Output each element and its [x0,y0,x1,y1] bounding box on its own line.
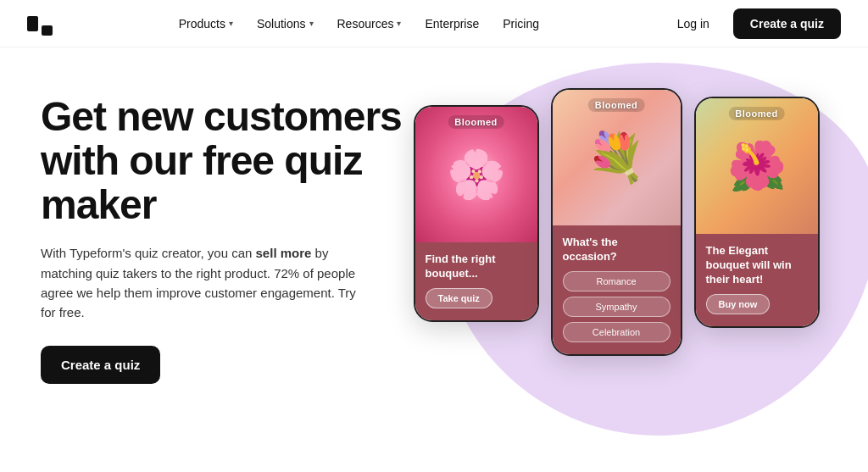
nav-enterprise[interactable]: Enterprise [416,12,487,36]
hero-subtext-bold: sell more [256,246,312,260]
phone-image-3: 🌺 Bloomed [696,98,818,234]
phone-bottom-2: What's the occasion? Romance Sympathy Ce… [553,225,681,354]
phone-question-3: The Elegant bouquet will win their heart… [706,244,808,287]
phone-card-2: 💐 Bloomed What's the occasion? Romance S… [551,88,682,356]
nav-solutions-label: Solutions [257,17,306,31]
nav-products-label: Products [179,17,225,31]
hero-right: 🌸 Bloomed Find the right bouquet... Take… [405,88,827,472]
phone-card-1: 🌸 Bloomed Find the right bouquet... Take… [414,105,539,322]
nav-resources[interactable]: Resources ▾ [329,12,410,36]
phone-bottom-3: The Elegant bouquet will win their heart… [696,234,818,326]
logo-icon [27,12,54,36]
login-button[interactable]: Log in [664,10,723,37]
phone-options-2: Romance Sympathy Celebration [563,271,670,342]
phone-brand-1: Bloomed [448,115,504,129]
nav-products[interactable]: Products ▾ [170,12,242,36]
nav-resources-label: Resources [337,17,394,31]
phone-option-celebration[interactable]: Celebration [563,322,670,342]
hero-subtext-before: With Typeform's quiz creator, you can [41,246,256,260]
phone-image-2: 💐 Bloomed [553,90,681,225]
nav-solutions[interactable]: Solutions ▾ [248,12,322,36]
flower-bouquet-art: 🌺 [727,138,787,194]
hero-left: Get new customers with our free quiz mak… [41,88,405,384]
nav-pricing[interactable]: Pricing [494,12,548,36]
create-quiz-hero-button[interactable]: Create a quiz [41,346,160,384]
flower-pink-art: 🌸 [447,147,506,203]
nav-enterprise-label: Enterprise [425,17,479,31]
chevron-down-icon: ▾ [229,19,233,28]
navbar: Products ▾ Solutions ▾ Resources ▾ Enter… [0,0,868,47]
nav-actions: Log in Create a quiz [664,8,841,39]
phone-image-1: 🌸 Bloomed [415,107,537,242]
phone-option-sympathy[interactable]: Sympathy [563,297,670,317]
nav-pricing-label: Pricing [503,17,539,31]
chevron-down-icon: ▾ [397,19,401,28]
nav-links: Products ▾ Solutions ▾ Resources ▾ Enter… [170,12,548,36]
phone-brand-2: Bloomed [588,98,645,112]
phones-container: 🌸 Bloomed Find the right bouquet... Take… [414,88,820,356]
hero-section: Get new customers with our free quiz mak… [0,47,868,472]
phone-card-3: 🌺 Bloomed The Elegant bouquet will win t… [694,97,820,328]
chevron-down-icon: ▾ [309,19,314,28]
logo-square-1 [27,16,38,31]
logo[interactable] [27,12,54,36]
hero-subtext: With Typeform's quiz creator, you can se… [41,243,363,322]
phone-cta-button-1[interactable]: Take quiz [426,288,492,308]
flower-couple-art: 💐 [587,130,646,186]
phone-cta-button-3[interactable]: Buy now [706,294,771,314]
phone-question-1: Find the right bouquet... [426,253,527,281]
phone-question-2: What's the occasion? [563,236,670,264]
phone-option-romance[interactable]: Romance [563,271,670,292]
logo-square-2 [42,25,53,36]
create-quiz-nav-button[interactable]: Create a quiz [733,8,841,39]
hero-heading: Get new customers with our free quiz mak… [41,95,405,226]
phone-bottom-1: Find the right bouquet... Take quiz [415,242,537,320]
phone-brand-3: Bloomed [728,107,785,120]
